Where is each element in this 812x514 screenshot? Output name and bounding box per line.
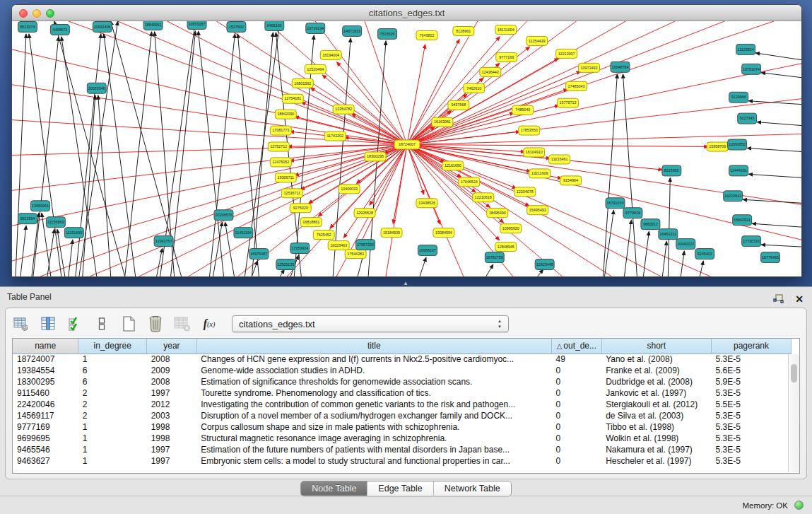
- column-header-out_degree[interactable]: △out_de...: [552, 339, 602, 354]
- cell-short[interactable]: Wolkin et al. (1998): [601, 433, 711, 444]
- table-row[interactable]: 969969511998Structural magnetic resonanc…: [13, 433, 792, 444]
- cell-name[interactable]: 9115460: [13, 387, 78, 399]
- cell-name[interactable]: 18300295: [13, 376, 78, 387]
- delete-table-icon[interactable]: [174, 315, 191, 332]
- cell-pagerank[interactable]: 5.3E-5: [711, 387, 791, 399]
- cell-pagerank[interactable]: 5.3E-5: [711, 455, 791, 467]
- cell-title[interactable]: Investigating the contribution of common…: [196, 399, 551, 410]
- cell-in_degree[interactable]: 6: [78, 376, 147, 387]
- table-row[interactable]: 946362711997Embryonic stem cells: a mode…: [13, 455, 792, 467]
- table-row[interactable]: 1938455462009Genome-wide association stu…: [13, 365, 792, 376]
- cell-short[interactable]: Franke et al. (2009): [601, 365, 711, 376]
- scrollbar-thumb[interactable]: [791, 364, 797, 382]
- cell-title[interactable]: Estimation of the future numbers of pati…: [196, 444, 551, 455]
- cell-out_degree[interactable]: 0: [552, 399, 602, 410]
- table-vertical-scrollbar[interactable]: [788, 354, 799, 472]
- function-builder-icon[interactable]: f(x): [201, 315, 218, 332]
- cell-year[interactable]: 2003: [147, 410, 197, 421]
- column-header-short[interactable]: short: [601, 339, 711, 354]
- cell-name[interactable]: 14569117: [13, 410, 78, 421]
- cell-year[interactable]: 2008: [147, 376, 197, 387]
- table-row[interactable]: 1456911722003Disruption of a novel membe…: [13, 410, 792, 421]
- cell-short[interactable]: Hescheler et al. (1997): [601, 455, 711, 467]
- column-edit-icon[interactable]: [40, 315, 57, 332]
- column-header-name[interactable]: name: [13, 339, 78, 354]
- cell-short[interactable]: Jankovic et al. (1997): [601, 387, 711, 399]
- cell-short[interactable]: Dudbridge et al. (2008): [601, 376, 711, 387]
- cell-year[interactable]: 2012: [147, 399, 197, 410]
- tab-node-table[interactable]: Node Table: [301, 481, 367, 496]
- cell-in_degree[interactable]: 1: [78, 354, 147, 365]
- cell-short[interactable]: Yano et al. (2008): [601, 354, 711, 365]
- cell-out_degree[interactable]: 0: [552, 376, 602, 387]
- network-view-canvas[interactable]: 1872400718194004125204641680156212754181…: [12, 21, 801, 276]
- cell-year[interactable]: 1998: [147, 421, 197, 433]
- tab-network-table[interactable]: Network Table: [434, 481, 511, 496]
- cell-in_degree[interactable]: 1: [78, 433, 147, 444]
- cell-out_degree[interactable]: 0: [552, 387, 602, 399]
- cell-in_degree[interactable]: 1: [78, 444, 147, 455]
- cell-name[interactable]: 19384554: [13, 365, 78, 376]
- cell-title[interactable]: Estimation of significance thresholds fo…: [196, 376, 551, 387]
- network-window[interactable]: citations_edges.txt 18724007181940041252…: [11, 4, 802, 277]
- cell-title[interactable]: Genome-wide association studies in ADHD.: [196, 365, 551, 376]
- table-row[interactable]: 911546021997Tourette syndrome. Phenomeno…: [13, 387, 792, 399]
- tab-edge-table[interactable]: Edge Table: [367, 481, 433, 496]
- cell-year[interactable]: 1997: [147, 444, 197, 455]
- cell-pagerank[interactable]: 5.9E-5: [711, 376, 791, 387]
- cell-in_degree[interactable]: 2: [78, 399, 147, 410]
- cell-year[interactable]: 1997: [147, 455, 197, 467]
- cell-year[interactable]: 2009: [147, 365, 197, 376]
- cell-short[interactable]: de Silva et al. (2003): [601, 410, 711, 421]
- citation-network-graph[interactable]: 1872400718194004125204641680156212754181…: [12, 21, 801, 276]
- new-table-icon[interactable]: [120, 315, 137, 332]
- column-header-pagerank[interactable]: pagerank: [711, 339, 791, 354]
- cell-pagerank[interactable]: 5.5E-5: [711, 399, 791, 410]
- table-row[interactable]: 1830029562008Estimation of significance …: [13, 376, 792, 387]
- table-settings-icon[interactable]: [13, 315, 30, 332]
- cell-year[interactable]: 1997: [147, 387, 197, 399]
- cell-short[interactable]: Nakamura et al. (1997): [601, 444, 711, 455]
- cell-out_degree[interactable]: 49: [552, 354, 602, 365]
- column-header-year[interactable]: year: [147, 339, 197, 354]
- select-columns-icon[interactable]: [66, 315, 83, 332]
- panel-splitter-handle[interactable]: ▴: [400, 280, 411, 286]
- cell-out_degree[interactable]: 0: [552, 444, 602, 455]
- cell-short[interactable]: Tibbo et al. (1998): [601, 421, 711, 433]
- row-height-icon[interactable]: [93, 315, 110, 332]
- float-panel-icon[interactable]: [770, 291, 787, 308]
- cell-title[interactable]: Corpus callosum shape and size in male p…: [196, 421, 551, 433]
- cell-pagerank[interactable]: 5.6E-5: [711, 365, 791, 376]
- cell-title[interactable]: Embryonic stem cells: a model to study s…: [196, 455, 551, 467]
- network-window-titlebar[interactable]: citations_edges.txt: [12, 5, 801, 21]
- cell-in_degree[interactable]: 1: [78, 421, 147, 433]
- cell-in_degree[interactable]: 2: [78, 410, 147, 421]
- cell-title[interactable]: Disruption of a novel member of a sodium…: [196, 410, 551, 421]
- table-row[interactable]: 946554611997Estimation of the future num…: [13, 444, 792, 455]
- table-row[interactable]: 977716911998Corpus callosum shape and si…: [13, 421, 792, 433]
- cell-pagerank[interactable]: 5.3E-5: [711, 444, 791, 455]
- table-selector-dropdown[interactable]: citations_edges.txt ▲▼: [232, 315, 509, 332]
- cell-year[interactable]: 1998: [147, 433, 197, 444]
- table-row[interactable]: 2242004622012Investigating the contribut…: [13, 399, 792, 410]
- cell-name[interactable]: 9465546: [13, 444, 78, 455]
- cell-title[interactable]: Changes of HCN gene expression and I(f) …: [196, 354, 551, 365]
- cell-out_degree[interactable]: 0: [552, 410, 602, 421]
- cell-name[interactable]: 9699695: [13, 433, 78, 444]
- cell-out_degree[interactable]: 0: [552, 365, 602, 376]
- cell-name[interactable]: 18724007: [13, 354, 78, 365]
- cell-in_degree[interactable]: 1: [78, 455, 147, 467]
- close-panel-icon[interactable]: ✕: [795, 293, 804, 305]
- column-header-in_degree[interactable]: in_degree: [78, 339, 147, 354]
- cell-out_degree[interactable]: 0: [552, 433, 602, 444]
- table-row[interactable]: 1872400712008Changes of HCN gene express…: [13, 354, 792, 365]
- cell-pagerank[interactable]: 5.3E-5: [711, 421, 791, 433]
- cell-in_degree[interactable]: 2: [78, 387, 147, 399]
- cell-name[interactable]: 22420046: [13, 399, 78, 410]
- cell-title[interactable]: Structural magnetic resonance image aver…: [196, 433, 551, 444]
- cell-out_degree[interactable]: 0: [552, 421, 602, 433]
- cell-name[interactable]: 9777169: [13, 421, 78, 433]
- cell-short[interactable]: Stergiakouli et al. (2012): [601, 399, 711, 410]
- cell-in_degree[interactable]: 6: [78, 365, 147, 376]
- cell-year[interactable]: 2008: [147, 354, 197, 365]
